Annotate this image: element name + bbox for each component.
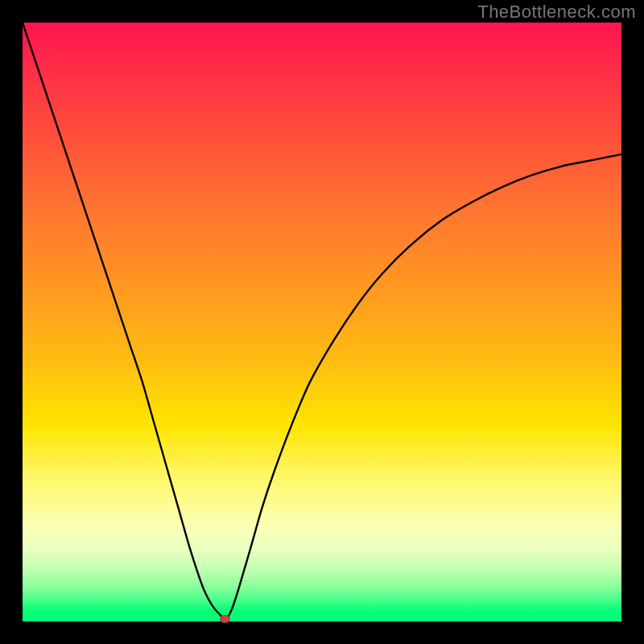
minimum-marker bbox=[220, 616, 229, 623]
chart-frame: TheBottleneck.com bbox=[0, 0, 644, 644]
curve-line bbox=[23, 23, 621, 620]
plot-area bbox=[23, 23, 621, 621]
watermark-text: TheBottleneck.com bbox=[477, 2, 636, 23]
chart-svg bbox=[23, 23, 621, 621]
